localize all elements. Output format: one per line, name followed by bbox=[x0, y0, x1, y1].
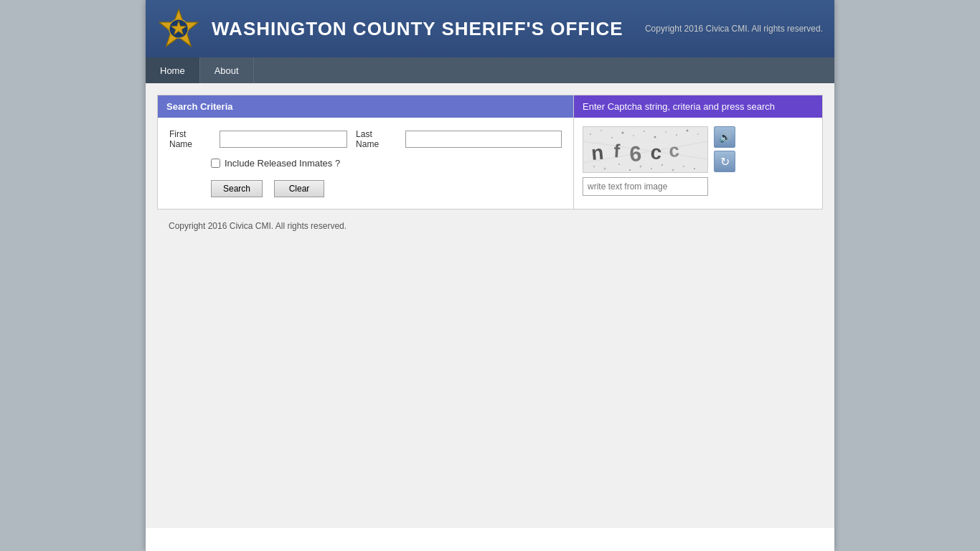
first-name-label: First Name bbox=[169, 129, 211, 149]
search-criteria-section: Search Criteria First Name Last Name Inc… bbox=[158, 95, 574, 209]
search-panel: Search Criteria First Name Last Name Inc… bbox=[157, 95, 823, 209]
captcha-audio-button[interactable]: 🔊 bbox=[714, 126, 735, 148]
svg-point-16 bbox=[604, 168, 606, 170]
nav-about[interactable]: About bbox=[200, 57, 254, 83]
svg-point-7 bbox=[622, 132, 624, 134]
clear-button[interactable]: Clear bbox=[274, 180, 324, 197]
svg-point-8 bbox=[633, 135, 634, 136]
app-wrapper: Washington County Sheriff's Office Copyr… bbox=[146, 0, 834, 551]
svg-point-23 bbox=[683, 166, 684, 167]
svg-point-6 bbox=[611, 137, 613, 138]
svg-point-19 bbox=[640, 166, 642, 168]
last-name-label: Last Name bbox=[356, 129, 397, 149]
svg-text:c: c bbox=[649, 141, 662, 164]
nav-home[interactable]: Home bbox=[146, 57, 200, 83]
svg-point-12 bbox=[676, 134, 677, 136]
svg-point-20 bbox=[651, 168, 652, 169]
audio-icon: 🔊 bbox=[719, 131, 731, 143]
svg-point-18 bbox=[629, 169, 631, 171]
first-name-input[interactable] bbox=[220, 131, 347, 148]
svg-point-22 bbox=[672, 169, 674, 171]
captcha-image: n f 6 c c bbox=[583, 126, 708, 173]
svg-point-17 bbox=[618, 164, 620, 165]
captcha-body: n f 6 c c 🔊 bbox=[574, 118, 822, 204]
svg-point-24 bbox=[694, 168, 695, 169]
include-released-row: Include Released Inmates ? bbox=[211, 158, 562, 169]
refresh-icon: ↻ bbox=[720, 155, 730, 169]
captcha-section: Enter Captcha string, criteria and press… bbox=[574, 95, 822, 204]
search-button[interactable]: Search bbox=[211, 180, 263, 197]
svg-point-13 bbox=[687, 130, 689, 132]
svg-point-10 bbox=[654, 136, 656, 138]
header: Washington County Sheriff's Office Copyr… bbox=[146, 0, 834, 57]
svg-point-4 bbox=[590, 133, 591, 135]
search-criteria-body: First Name Last Name Include Released In… bbox=[158, 118, 573, 209]
svg-point-21 bbox=[661, 164, 663, 166]
captcha-buttons: 🔊 ↻ bbox=[714, 126, 735, 172]
captcha-input[interactable] bbox=[583, 177, 708, 196]
svg-text:n: n bbox=[590, 141, 605, 164]
name-fields-row: First Name Last Name bbox=[169, 129, 562, 149]
last-name-input[interactable] bbox=[405, 131, 562, 148]
include-released-checkbox[interactable] bbox=[211, 159, 220, 168]
svg-point-15 bbox=[593, 166, 595, 167]
search-buttons-row: Search Clear bbox=[211, 180, 562, 197]
footer: Copyright 2016 Civica CMI. All rights re… bbox=[157, 209, 823, 242]
sheriff-badge-icon bbox=[157, 7, 200, 50]
header-copyright: Copyright 2016 Civica CMI. All rights re… bbox=[645, 24, 823, 34]
svg-text:c: c bbox=[668, 139, 680, 161]
svg-point-5 bbox=[600, 130, 602, 131]
svg-point-11 bbox=[665, 131, 666, 133]
captcha-refresh-button[interactable]: ↻ bbox=[714, 151, 735, 172]
main-content: Search Criteria First Name Last Name Inc… bbox=[146, 83, 834, 528]
navbar: Home About bbox=[146, 57, 834, 83]
captcha-header: Enter Captcha string, criteria and press… bbox=[574, 95, 822, 118]
svg-point-9 bbox=[644, 131, 645, 132]
footer-copyright: Copyright 2016 Civica CMI. All rights re… bbox=[169, 221, 347, 231]
site-title: Washington County Sheriff's Office bbox=[212, 18, 645, 40]
svg-point-14 bbox=[697, 133, 699, 135]
include-released-label: Include Released Inmates ? bbox=[225, 158, 340, 169]
captcha-image-area: n f 6 c c bbox=[583, 126, 708, 196]
search-criteria-header: Search Criteria bbox=[158, 95, 573, 118]
svg-text:6: 6 bbox=[629, 141, 642, 166]
